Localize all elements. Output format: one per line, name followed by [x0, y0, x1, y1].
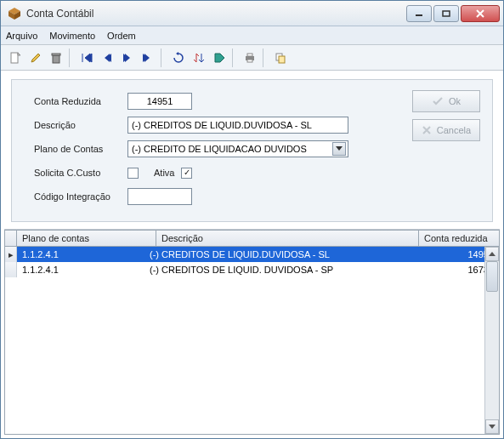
- svg-marker-17: [489, 252, 496, 256]
- refresh-icon[interactable]: [169, 48, 188, 67]
- scroll-down-icon[interactable]: [485, 419, 499, 434]
- svg-rect-4: [443, 11, 450, 16]
- menu-movimento[interactable]: Movimento: [49, 31, 95, 41]
- svg-marker-10: [215, 54, 224, 62]
- svg-marker-9: [176, 52, 178, 55]
- toolbar-separator: [232, 48, 237, 67]
- cancel-label: Cancela: [437, 125, 471, 135]
- row-indicator-icon: [5, 262, 17, 277]
- label-descricao: Descrição: [34, 120, 127, 130]
- plano-combo[interactable]: (-) CREDITO DE LIQUIDACAO DUVIDOS: [127, 140, 348, 157]
- grid-header: Plano de contas Descrição Conta reduzida: [4, 230, 500, 247]
- label-plano: Plano de Contas: [34, 144, 127, 154]
- form-area: Ok Cancela Conta Reduzida Descrição Plan…: [1, 71, 503, 229]
- sort-icon[interactable]: [190, 48, 208, 67]
- svg-rect-8: [52, 54, 60, 55]
- cancel-button[interactable]: Cancela: [412, 119, 480, 141]
- svg-marker-6: [18, 53, 20, 55]
- menubar: Arquivo Movimento Ordem: [1, 26, 503, 45]
- new-icon[interactable]: [6, 48, 25, 67]
- chevron-down-icon[interactable]: [332, 142, 346, 156]
- toolbar-separator: [69, 48, 74, 67]
- svg-rect-3: [416, 14, 422, 16]
- svg-marker-18: [489, 425, 496, 429]
- toolbar-separator: [263, 48, 268, 67]
- cell-descricao: (-) CREDITOS DE LIQUID.DUVIDOSA - SL: [144, 249, 419, 259]
- label-solicita: Solicita C.Custo: [34, 168, 127, 178]
- cell-descricao: (-) CREDITOS DE LIQUID. DUVIDOSA - SP: [144, 265, 419, 275]
- scroll-thumb[interactable]: [486, 261, 498, 292]
- close-button[interactable]: [461, 5, 500, 22]
- svg-rect-12: [247, 54, 252, 56]
- cell-plano: 1.1.2.4.1: [17, 265, 144, 275]
- conta-reduzida-input[interactable]: [127, 93, 192, 110]
- vertical-scrollbar[interactable]: [484, 247, 499, 434]
- table-row[interactable]: 1.1.2.4.1(-) CREDITOS DE LIQUID. DUVIDOS…: [5, 262, 499, 277]
- minimize-button[interactable]: [406, 5, 432, 22]
- svg-rect-7: [53, 55, 59, 63]
- next-icon[interactable]: [118, 48, 137, 67]
- delete-icon[interactable]: [47, 48, 65, 67]
- first-icon[interactable]: [77, 48, 96, 67]
- ok-label: Ok: [449, 96, 461, 106]
- titlebar: Conta Contábil: [1, 1, 503, 26]
- menu-ordem[interactable]: Ordem: [107, 31, 136, 41]
- print-icon[interactable]: [241, 48, 259, 67]
- plano-combo-text: (-) CREDITO DE LIQUIDACAO DUVIDOS: [132, 144, 332, 154]
- row-indicator-icon: ▸: [5, 247, 17, 262]
- svg-rect-5: [11, 53, 18, 63]
- maximize-button[interactable]: [433, 5, 459, 22]
- app-icon: [8, 7, 21, 20]
- grid-body[interactable]: ▸1.1.2.4.1(-) CREDITOS DE LIQUID.DUVIDOS…: [4, 247, 500, 435]
- table-row[interactable]: ▸1.1.2.4.1(-) CREDITOS DE LIQUID.DUVIDOS…: [5, 247, 499, 262]
- ok-button[interactable]: Ok: [412, 90, 480, 112]
- scroll-track[interactable]: [485, 261, 499, 419]
- col-conta[interactable]: Conta reduzida: [419, 231, 499, 246]
- prev-icon[interactable]: [98, 48, 116, 67]
- toolbar-separator: [161, 48, 166, 67]
- last-icon[interactable]: [139, 48, 157, 67]
- col-plano[interactable]: Plano de contas: [17, 231, 156, 246]
- grid: Plano de contas Descrição Conta reduzida…: [4, 229, 500, 435]
- row-indicator-header: [5, 231, 17, 246]
- label-ativa: Ativa: [154, 168, 174, 178]
- form-panel: Ok Cancela Conta Reduzida Descrição Plan…: [11, 79, 493, 222]
- copy-icon[interactable]: [271, 48, 290, 67]
- descricao-input[interactable]: [127, 117, 348, 134]
- svg-rect-13: [247, 60, 252, 62]
- solicita-checkbox[interactable]: [127, 168, 139, 179]
- scroll-up-icon[interactable]: [485, 247, 499, 261]
- label-conta-reduzida: Conta Reduzida: [34, 96, 127, 106]
- label-cod-integracao: Código Integração: [34, 191, 127, 202]
- cell-plano: 1.1.2.4.1: [17, 249, 144, 259]
- menu-arquivo[interactable]: Arquivo: [6, 31, 37, 41]
- ativa-checkbox[interactable]: [181, 168, 192, 179]
- window-title: Conta Contábil: [26, 8, 405, 20]
- tag-icon[interactable]: [210, 48, 229, 67]
- toolbar: [1, 45, 503, 71]
- cod-integracao-input[interactable]: [127, 188, 192, 205]
- window-buttons: [405, 5, 500, 22]
- svg-rect-15: [279, 56, 285, 63]
- form-buttons: Ok Cancela: [412, 90, 480, 141]
- col-descricao[interactable]: Descrição: [156, 231, 419, 246]
- edit-icon[interactable]: [26, 48, 45, 67]
- svg-marker-16: [336, 146, 343, 151]
